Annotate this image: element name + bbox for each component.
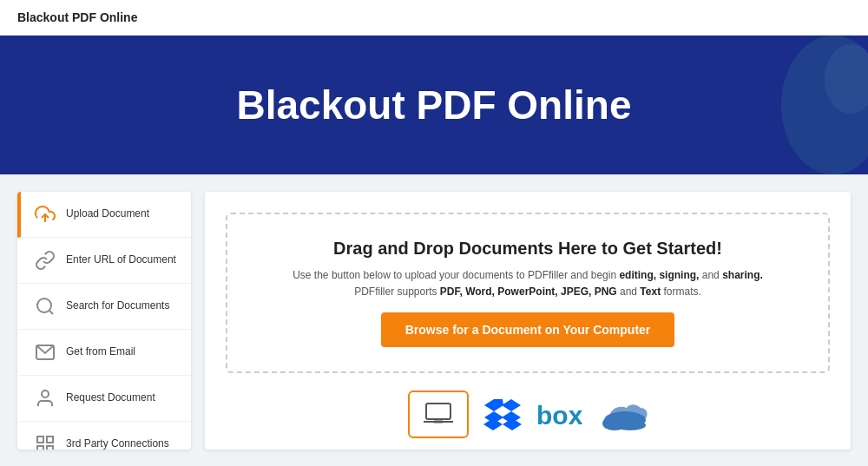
onedrive-icon[interactable]: [602, 399, 648, 430]
upload-panel: Drag and Drop Documents Here to Get Star…: [205, 192, 851, 450]
sidebar-item-request[interactable]: Request Document: [17, 376, 191, 422]
sidebar-item-thirdparty-label: 3rd Party Connections: [66, 437, 169, 450]
person-icon: [33, 386, 57, 410]
email-icon: [33, 340, 57, 364]
drop-zone[interactable]: Drag and Drop Documents Here to Get Star…: [226, 213, 830, 373]
svg-line-4: [49, 311, 53, 314]
svg-text:box: box: [536, 402, 583, 428]
sidebar: Upload Document Enter URL of Document Se…: [17, 192, 191, 450]
upload-cloud-icon: [33, 202, 57, 226]
hero-title: Blackout PDF Online: [237, 82, 632, 128]
main-content: Upload Document Enter URL of Document Se…: [0, 174, 868, 466]
top-bar: Blackout PDF Online: [0, 0, 868, 36]
sidebar-item-search[interactable]: Search for Documents: [17, 284, 191, 330]
hero-decoration: [764, 36, 868, 174]
link-icon: [33, 248, 57, 272]
sidebar-item-url[interactable]: Enter URL of Document: [17, 238, 191, 284]
cloud-services-row: box: [408, 391, 648, 438]
sidebar-item-search-label: Search for Documents: [66, 299, 169, 313]
sidebar-item-email[interactable]: Get from Email: [17, 330, 191, 376]
sidebar-item-upload-label: Upload Document: [66, 207, 149, 221]
computer-upload-icon[interactable]: [408, 391, 469, 438]
box-logo: box: [536, 402, 589, 428]
svg-point-17: [604, 411, 646, 429]
hero-banner: Blackout PDF Online: [0, 36, 868, 174]
dropzone-subtitle: Use the button below to upload your docu…: [293, 267, 763, 300]
box-icon[interactable]: box: [536, 402, 589, 428]
browse-button[interactable]: Browse for a Document on Your Computer: [381, 312, 675, 347]
app-title: Blackout PDF Online: [17, 10, 137, 24]
grid-icon: [33, 432, 57, 450]
svg-rect-10: [37, 446, 43, 450]
dropbox-icon[interactable]: [483, 396, 523, 434]
svg-point-3: [37, 299, 51, 312]
sidebar-item-url-label: Enter URL of Document: [66, 253, 176, 267]
sidebar-item-thirdparty[interactable]: 3rd Party Connections: [17, 422, 191, 450]
dropbox-logo: [483, 396, 523, 434]
svg-rect-11: [426, 404, 450, 419]
search-icon: [33, 294, 57, 318]
laptop-icon: [423, 401, 454, 429]
svg-rect-9: [47, 446, 53, 450]
onedrive-logo: [602, 399, 648, 430]
dropzone-title: Drag and Drop Documents Here to Get Star…: [333, 239, 722, 259]
sidebar-item-request-label: Request Document: [66, 391, 155, 405]
sidebar-item-upload[interactable]: Upload Document: [17, 192, 191, 238]
sidebar-item-email-label: Get from Email: [66, 345, 135, 359]
svg-point-6: [42, 391, 49, 397]
svg-rect-8: [47, 436, 53, 443]
svg-rect-7: [37, 436, 43, 443]
